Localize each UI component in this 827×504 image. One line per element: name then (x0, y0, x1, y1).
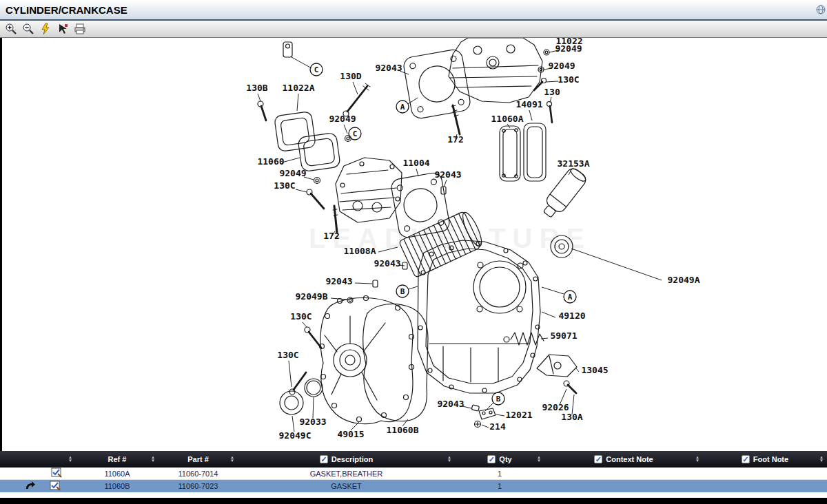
title-bar: CYLINDER/CRANKCASE (0, 0, 827, 21)
bolt-130c-mid (305, 327, 321, 348)
column-header-foot-note[interactable]: ✓ Foot Note ▲▼ (703, 451, 827, 468)
part-label[interactable]: 92049 (548, 61, 575, 71)
part-cell: 11060-7014 (159, 468, 238, 479)
stud-bolt-top (451, 105, 460, 134)
foot-cell (703, 480, 827, 492)
part-label[interactable]: 130C (274, 180, 295, 191)
part-label[interactable]: 130C (277, 350, 298, 360)
part-label[interactable]: 11060A (491, 114, 524, 124)
part-label[interactable]: 11004 (402, 158, 429, 168)
nut-92049-b (314, 178, 320, 184)
zoom-out-icon[interactable] (21, 23, 35, 36)
bottom-bar (0, 498, 827, 504)
part-label[interactable]: 92049 (279, 168, 306, 178)
ref-cell: 11060A (76, 468, 159, 479)
column-label: Part # (187, 455, 209, 463)
part-label[interactable]: 92043 (325, 276, 352, 286)
column-checkbox[interactable]: ✓ (320, 455, 328, 463)
oil-tube (539, 166, 589, 221)
part-label[interactable]: 12021 (505, 410, 532, 420)
column-checkbox[interactable]: ✓ (742, 455, 750, 463)
column-header-ref[interactable]: Ref # ▲▼ (76, 451, 159, 468)
column-header-context-note[interactable]: ✓ Context Note ▲▼ (544, 451, 703, 468)
part-label[interactable]: 130C (558, 74, 579, 85)
part-label[interactable]: 130C (290, 311, 312, 322)
print-icon[interactable] (73, 23, 87, 36)
part-label[interactable]: 92043 (374, 258, 400, 269)
qty-cell: 1 (455, 480, 544, 492)
part-label[interactable]: 130 (544, 87, 560, 97)
part-label[interactable]: 11008A (344, 246, 376, 256)
cylinder-head-top (449, 38, 542, 103)
column-header-qty[interactable]: ✓ Qty ▲▼ (455, 451, 544, 468)
context-cell (544, 468, 703, 479)
sort-icon[interactable]: ▲▼ (151, 456, 155, 463)
part-label[interactable]: 172 (323, 231, 339, 241)
bracket-13045 (537, 355, 577, 377)
part-label[interactable]: 214 (489, 421, 506, 432)
parts-diagram: LEADVENTURE (0, 38, 827, 451)
part-label[interactable]: 172 (447, 134, 463, 145)
column-header-description[interactable]: ✓ Description ▲▼ (238, 451, 455, 468)
part-label[interactable]: 11060 (257, 156, 284, 167)
select-tool-icon[interactable] (56, 23, 70, 36)
edit-check-icon[interactable] (50, 481, 61, 492)
callout-letter: B (492, 392, 504, 405)
sort-icon[interactable]: ▲▼ (68, 456, 72, 463)
part-label[interactable]: 11022A (283, 83, 315, 93)
flash-tool-icon[interactable] (39, 23, 52, 36)
column-header-selector[interactable]: ▲▼ (0, 451, 76, 468)
sort-icon[interactable]: ▲▼ (230, 456, 234, 463)
part-label[interactable]: 32153A (558, 158, 590, 169)
part-label[interactable]: 92049C (279, 430, 312, 441)
o-ring (305, 379, 323, 397)
zoom-in-icon[interactable] (4, 23, 18, 36)
breather-cover (274, 111, 316, 151)
part-label[interactable]: 92049 (555, 43, 582, 54)
svg-text:C: C (353, 129, 358, 138)
callout-letter: A (396, 101, 409, 113)
table-row[interactable]: 11060A 11060-7014 GASKET,BREATHER 1 (0, 468, 827, 480)
globe-icon[interactable] (816, 5, 826, 17)
part-label[interactable]: 92049A (668, 275, 700, 285)
callout-letter: C (310, 63, 323, 76)
table-filler (0, 492, 827, 498)
part-label[interactable]: 59071 (550, 330, 577, 341)
part-label[interactable]: 130B (246, 83, 267, 93)
sort-icon[interactable]: ▲▼ (695, 456, 700, 463)
part-label[interactable]: 130D (340, 71, 361, 81)
column-checkbox[interactable]: ✓ (594, 455, 602, 463)
part-label[interactable]: 92043 (434, 169, 461, 180)
part-label[interactable]: 49120 (558, 311, 585, 321)
column-header-part[interactable]: Part # ▲▼ (159, 451, 238, 468)
svg-text:C: C (314, 65, 319, 74)
column-checkbox[interactable]: ✓ (487, 455, 496, 463)
table-row-selected[interactable]: 11060B 11060-7023 GASKET 1 (0, 480, 827, 492)
part-label[interactable]: 92043 (375, 63, 402, 73)
part-label[interactable]: 13045 (581, 365, 608, 375)
callout-letter: C (349, 127, 361, 140)
part-label[interactable]: 92033 (299, 417, 326, 427)
crankcase (418, 240, 540, 393)
plate-cover (524, 123, 546, 181)
screw-214 (475, 421, 481, 428)
part-label[interactable]: 11060B (387, 425, 419, 435)
part-label[interactable]: 92049 (329, 114, 356, 124)
sort-icon[interactable]: ▲▼ (537, 456, 541, 463)
edit-check-icon[interactable] (51, 468, 62, 479)
column-label: Ref # (108, 455, 127, 463)
table-header: ▲▼ Ref # ▲▼ Part # ▲▼ ✓ Description ▲▼ ✓… (0, 451, 827, 468)
sort-icon[interactable]: ▲▼ (447, 456, 451, 463)
part-label[interactable]: 92026 (542, 402, 569, 412)
sort-icon[interactable]: ▲▼ (819, 456, 824, 463)
dowel-pin-4 (471, 405, 479, 411)
toolbar (0, 21, 827, 38)
column-label: Description (331, 455, 374, 463)
part-label[interactable]: 49015 (337, 429, 364, 439)
part-label[interactable]: 14091 (515, 99, 542, 109)
part-label[interactable]: 92043 (437, 399, 464, 409)
part-label[interactable]: 130A (561, 412, 582, 422)
part-label[interactable]: 92049B (296, 291, 328, 302)
svg-text:A: A (400, 103, 405, 112)
callout-letter: A (564, 291, 576, 303)
